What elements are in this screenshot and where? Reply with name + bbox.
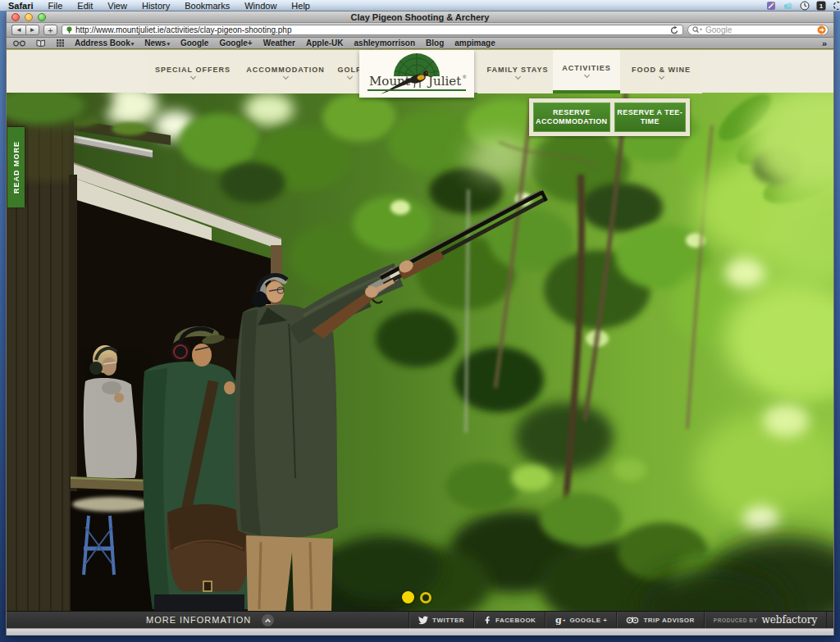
bookmarks-overflow-chevron[interactable]: » [822,39,827,48]
site-favicon [66,26,73,34]
history-nav-buttons: ◄ ► [11,25,39,35]
bookmark-blog[interactable]: Blog [426,39,444,48]
back-button[interactable]: ◄ [11,25,25,35]
mac-menu-bar: Safari File Edit View History Bookmarks … [0,0,840,11]
produced-by-credit[interactable]: PRODUCED BY webfactory [704,612,827,628]
bookmark-news[interactable]: News▾ [144,39,170,48]
carousel-dot-active[interactable] [402,591,414,603]
trip-advisor-link[interactable]: TRIP ADVISOR [616,612,703,628]
window-controls [11,13,46,21]
nav-tab-accommodation[interactable]: ACCOMMODATION [240,50,331,93]
window-title: Clay Pigeon Shooting & Archery [351,12,490,22]
twitter-icon [418,615,428,625]
chevron-up-icon [265,618,271,624]
safari-window: Clay Pigeon Shooting & Archery ◄ ► + [6,11,834,635]
google-plus-link[interactable]: g+ GOOGLE + [545,612,616,628]
minimize-button[interactable] [25,13,33,21]
reserve-tee-time-button[interactable]: RESERVE A TEE-TIME [614,102,686,132]
menu-safari[interactable]: Safari [8,1,34,11]
dropdown-arrow-icon: ▾ [167,41,170,47]
hero-photo [7,93,833,611]
twitter-link[interactable]: TWITTER [409,612,473,628]
producer-name: webfactory [761,614,817,626]
logo-underline [368,89,466,91]
carousel-dot[interactable] [420,592,431,603]
mount-juliet-logo[interactable]: Mount Juliet ® [359,50,474,98]
site-navigation: SPECIAL OFFERS ACCOMMODATION GOLF FAMILY… [7,49,833,93]
facebook-link[interactable]: g+ FACEBOOK [473,612,545,628]
hero-carousel: READ MORE RESERVE ACCOMMODATION RESERVE … [7,93,833,611]
reserve-buttons-bar: RESERVE ACCOMMODATION RESERVE A TEE-TIME [529,98,690,136]
trip-advisor-icon [626,615,639,625]
nav-tab-special-offers[interactable]: SPECIAL OFFERS [146,50,240,93]
title-bar[interactable]: Clay Pigeon Shooting & Archery [7,11,833,23]
google-plus-icon: g+ [555,615,565,625]
top-sites-grid-icon[interactable] [57,39,64,47]
bookmark-google[interactable]: Google [180,39,208,48]
read-more-tab[interactable]: READ MORE [7,127,25,207]
browser-status-bar [7,628,833,635]
logo-registered-mark: ® [463,75,467,80]
dropdown-arrow-icon: ▾ [131,41,135,47]
bookmark-apple-uk[interactable]: Apple-UK [306,39,344,48]
chevron-down-icon [658,73,664,79]
bookmark-weather[interactable]: Weather [263,39,295,48]
reserve-accommodation-button[interactable]: RESERVE ACCOMMODATION [533,102,610,132]
bookmark-ampimage[interactable]: ampimage [454,39,495,48]
menu-window[interactable]: Window [244,1,276,11]
browser-toolbar: ◄ ► + [7,23,833,38]
graphics-icon[interactable] [766,1,776,11]
bookmarks-book-icon[interactable] [36,39,46,47]
produced-by-label: PRODUCED BY [714,617,758,623]
menu-edit[interactable]: Edit [77,1,93,11]
carousel-dots [402,591,431,603]
more-information-label: MORE INFORMATION [146,615,251,625]
social-links: TWITTER g+ FACEBOOK g+ GOOGLE + [409,612,827,628]
menu-status-icons: 1 [766,0,840,11]
url-input[interactable] [75,25,667,34]
chevron-down-icon [189,73,195,79]
search-field[interactable] [687,25,829,35]
more-information-toggle[interactable]: MORE INFORMATION [146,614,274,626]
bookmark-ashleymorrison[interactable]: ashleymorrison [354,39,415,48]
desktop: Safari File Edit View History Bookmarks … [0,0,840,642]
search-input[interactable] [705,25,815,34]
bookmark-google-plus[interactable]: Google+ [219,39,252,48]
address-bar[interactable] [62,25,683,35]
expand-up-button[interactable] [262,614,274,626]
page-content: SPECIAL OFFERS ACCOMMODATION GOLF FAMILY… [7,49,833,628]
logo-word-juliet: Juliet [427,74,461,89]
new-tab-button[interactable]: + [43,25,57,35]
facebook-icon [483,615,491,625]
menu-view[interactable]: View [107,1,127,11]
nav-tab-family-stays[interactable]: FAMILY STAYS [477,50,558,93]
snapback-icon[interactable] [817,25,826,34]
menu-bookmarks[interactable]: Bookmarks [185,1,230,11]
chevron-down-icon [514,73,520,79]
sync-icon[interactable] [833,1,840,11]
menu-file[interactable]: File [48,1,63,11]
close-button[interactable] [11,13,20,21]
chevron-down-icon [282,73,288,79]
forward-button[interactable]: ► [25,25,39,35]
site-footer-bar: MORE INFORMATION TWITTER g+ FACEBOOK g+ [7,611,833,628]
clock-icon[interactable] [800,1,810,11]
nav-tab-food-wine[interactable]: FOOD & WINE [620,50,702,93]
bookmark-address-book[interactable]: Address Book▾ [75,39,134,48]
reader-glasses-icon[interactable] [13,40,25,47]
bookmarks-bar: Address Book▾ News▾ Google Google+ Weath… [7,38,833,49]
menu-help[interactable]: Help [291,1,310,11]
calendar-day-icon[interactable]: 1 [816,1,826,11]
refresh-icon[interactable] [669,25,679,35]
svg-text:1: 1 [819,2,824,10]
chevron-down-icon [346,73,352,79]
weather-icon[interactable] [783,1,793,11]
menu-history[interactable]: History [142,1,170,11]
search-icon [692,26,703,34]
zoom-button[interactable] [38,13,46,21]
nav-tab-activities[interactable]: ACTIVITIES [553,50,620,93]
svg-text:g+: g+ [555,615,565,625]
chevron-down-icon [583,71,589,77]
